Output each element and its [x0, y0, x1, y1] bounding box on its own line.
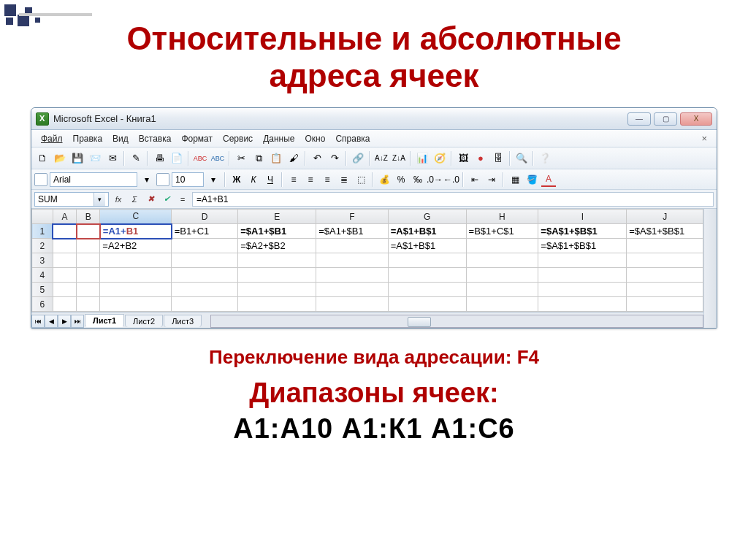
col-header-E[interactable]: E — [238, 210, 316, 224]
fx-icon[interactable]: fx — [112, 193, 125, 206]
format-paint-icon[interactable]: 🖌 — [286, 150, 302, 166]
sheet-tab-2[interactable]: Лист2 — [125, 315, 163, 327]
align-center-icon[interactable]: ≡ — [303, 172, 318, 187]
cell-E2[interactable]: =$A2+$B2 — [238, 239, 316, 253]
font-name-select[interactable] — [50, 172, 137, 187]
zoom-icon[interactable]: 🔍 — [514, 150, 530, 166]
export-icon[interactable]: 📨 — [87, 150, 103, 166]
cell-J1[interactable]: =$A$1+$B$1 — [627, 224, 703, 239]
size-dd-icon[interactable]: ▾ — [206, 172, 221, 187]
maximize-button[interactable]: ▢ — [654, 112, 677, 126]
fill-color-icon[interactable]: 🪣 — [524, 172, 539, 187]
col-header-B[interactable]: B — [77, 210, 100, 224]
sort-asc-icon[interactable]: A↓Z — [373, 150, 389, 166]
menu-insert[interactable]: Вставка — [134, 131, 177, 146]
datasrc-icon[interactable]: 🗄 — [490, 150, 506, 166]
formula-input[interactable]: =A1+B1 — [192, 192, 714, 207]
cell-F1[interactable]: =$A1+$B1 — [316, 224, 389, 239]
open-icon[interactable]: 📂 — [52, 150, 68, 166]
cell-H1[interactable]: =B$1+C$1 — [466, 224, 538, 239]
copy-icon[interactable]: ⧉ — [251, 150, 267, 166]
edit-icon[interactable]: ✎ — [128, 150, 144, 166]
bold-button[interactable]: Ж — [229, 172, 244, 187]
merge-icon[interactable]: ⬚ — [354, 172, 368, 187]
currency-icon[interactable]: 💰 — [377, 172, 392, 187]
record-icon[interactable]: ● — [473, 150, 489, 166]
underline-button[interactable]: Ч — [263, 172, 278, 187]
sum-icon[interactable]: Σ — [128, 193, 141, 206]
cancel-icon[interactable]: ✖ — [144, 193, 157, 206]
cell-I1[interactable]: =$A$1+$B$1 — [538, 224, 627, 239]
col-header-F[interactable]: F — [316, 210, 389, 224]
indent-dec-icon[interactable]: ⇤ — [468, 172, 482, 187]
col-header-I[interactable]: I — [538, 210, 627, 224]
cell-D1[interactable]: =B1+C1 — [172, 224, 238, 239]
hyperlink-icon[interactable]: 🔗 — [350, 150, 366, 166]
menu-view[interactable]: Вид — [107, 131, 134, 146]
cell-D2[interactable] — [172, 239, 238, 253]
cell-E1[interactable]: =$A1+$B1 — [238, 224, 316, 239]
borders-icon[interactable]: ▦ — [508, 172, 522, 187]
horizontal-scrollbar[interactable] — [210, 315, 703, 328]
name-box-dd-icon[interactable]: ▾ — [94, 193, 105, 206]
sheet-area[interactable]: A B C D E F G H I J 1 — [31, 209, 703, 312]
dec-dec-icon[interactable]: ←.0 — [444, 172, 459, 187]
indent-inc-icon[interactable]: ⇥ — [484, 172, 499, 187]
cell-B1[interactable] — [77, 224, 100, 239]
cell-H2[interactable] — [466, 239, 538, 253]
style-box2[interactable] — [156, 173, 169, 186]
font-size-select[interactable] — [172, 172, 204, 187]
tab-nav-prev-icon[interactable]: ◀ — [45, 315, 58, 328]
number-icon[interactable]: ‰ — [411, 172, 425, 187]
select-all-corner[interactable] — [32, 210, 53, 224]
chart-icon[interactable]: 📊 — [414, 150, 430, 166]
close-button[interactable]: X — [680, 112, 712, 126]
row-header-2[interactable]: 2 — [32, 239, 53, 253]
style-box[interactable] — [34, 173, 47, 186]
italic-button[interactable]: К — [246, 172, 261, 187]
accept-icon[interactable]: ✔ — [160, 193, 173, 206]
minimize-button[interactable]: — — [627, 112, 651, 126]
vertical-scrollbar[interactable] — [703, 209, 717, 328]
align-right-icon[interactable]: ≡ — [320, 172, 335, 187]
print-icon[interactable]: 🖶 — [151, 150, 167, 166]
col-header-G[interactable]: G — [388, 210, 466, 224]
row-header-4[interactable]: 4 — [32, 268, 53, 283]
sort-desc-icon[interactable]: Z↓A — [391, 150, 407, 166]
col-header-D[interactable]: D — [172, 210, 238, 224]
gallery-icon[interactable]: 🖼 — [455, 150, 471, 166]
row-header-6[interactable]: 6 — [32, 297, 53, 312]
new-icon[interactable]: 🗋 — [34, 150, 50, 166]
cell-I2[interactable]: =$A$1+$B$1 — [538, 239, 627, 253]
cell-C2[interactable]: =A2+B2 — [100, 239, 172, 253]
sheet-tab-3[interactable]: Лист3 — [164, 315, 202, 327]
align-left-icon[interactable]: ≡ — [286, 172, 301, 187]
row-header-5[interactable]: 5 — [32, 283, 53, 297]
sheet-tab-1[interactable]: Лист1 — [85, 314, 124, 327]
cut-icon[interactable]: ✂ — [233, 150, 249, 166]
menu-file[interactable]: Файл — [36, 131, 68, 146]
save-icon[interactable]: 💾 — [69, 150, 85, 166]
menu-format[interactable]: Формат — [176, 131, 218, 146]
col-header-A[interactable]: A — [53, 210, 76, 224]
col-header-C[interactable]: C — [100, 210, 172, 224]
equals-icon[interactable]: = — [176, 193, 189, 206]
undo-icon[interactable]: ↶ — [309, 150, 325, 166]
percent-icon[interactable]: % — [394, 172, 408, 187]
menu-tools[interactable]: Сервис — [218, 131, 258, 146]
redo-icon[interactable]: ↷ — [327, 150, 343, 166]
paste-icon[interactable]: 📋 — [268, 150, 284, 166]
font-color-icon[interactable]: A — [541, 172, 556, 187]
dec-inc-icon[interactable]: .0→ — [427, 172, 442, 187]
cell-C1[interactable]: =A1+B1 — [100, 224, 172, 239]
doc-close-icon[interactable]: × — [696, 131, 712, 146]
row-header-3[interactable]: 3 — [32, 253, 53, 268]
menu-edit[interactable]: Правка — [68, 131, 108, 146]
help-icon[interactable]: ❔ — [537, 150, 553, 166]
spellcheck-abc-icon[interactable]: ABC — [192, 150, 208, 166]
cell-F2[interactable] — [316, 239, 389, 253]
cell-A2[interactable] — [53, 239, 76, 253]
cell-A1[interactable] — [53, 224, 76, 239]
tab-nav-last-icon[interactable]: ⏭ — [71, 315, 84, 328]
spellcheck2-icon[interactable]: ABC — [210, 150, 226, 166]
